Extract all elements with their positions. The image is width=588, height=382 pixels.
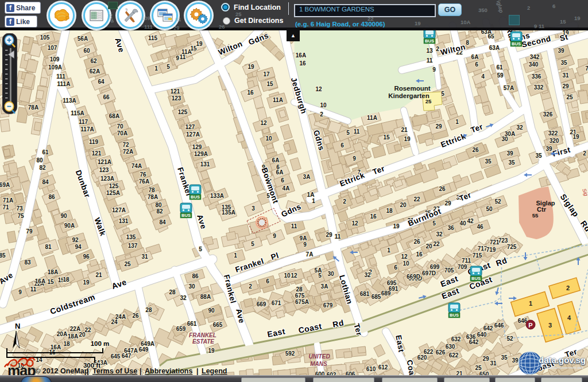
svg-text:12: 12 [351, 220, 358, 227]
svg-text:11A: 11A [367, 115, 377, 121]
svg-text:1A: 1A [307, 192, 315, 198]
svg-text:31: 31 [490, 360, 497, 367]
svg-text:630: 630 [446, 344, 455, 350]
svg-text:622: 622 [424, 349, 434, 355]
svg-text:Abbreviations: Abbreviations [145, 367, 192, 375]
svg-text:90A: 90A [64, 223, 75, 229]
svg-text:16A: 16A [35, 278, 45, 284]
svg-text:76A: 76A [139, 178, 149, 185]
svg-text:127A: 127A [112, 207, 126, 213]
svg-text:18: 18 [63, 341, 70, 347]
svg-text:Kindergarten: Kindergarten [388, 92, 430, 99]
svg-text:5: 5 [318, 272, 322, 279]
svg-text:11: 11 [354, 128, 360, 135]
svg-text:691: 691 [389, 286, 399, 292]
svg-text:336: 336 [532, 73, 541, 80]
svg-text:669: 669 [257, 301, 266, 307]
svg-text:61: 61 [42, 149, 49, 155]
svg-text:68A: 68A [109, 113, 119, 119]
svg-text:100 m: 100 m [91, 340, 110, 347]
svg-text:123: 123 [172, 95, 181, 102]
svg-text:19: 19 [83, 279, 90, 286]
svg-text:FRANKEL: FRANKEL [189, 332, 216, 338]
svg-text:632: 632 [451, 336, 461, 342]
svg-text:74A: 74A [131, 163, 142, 169]
svg-text:123: 123 [99, 167, 109, 173]
svg-text:620: 620 [417, 354, 427, 361]
svg-text:16: 16 [299, 60, 306, 67]
svg-text:642: 642 [469, 339, 479, 345]
svg-text:11: 11 [335, 233, 341, 240]
svg-text:79: 79 [26, 228, 33, 235]
svg-text:85: 85 [0, 252, 6, 259]
svg-text:24: 24 [111, 319, 118, 325]
svg-text:4: 4 [481, 73, 485, 80]
svg-text:57A: 57A [504, 85, 514, 91]
svg-text:Legend: Legend [202, 367, 227, 375]
svg-text:647A: 647A [124, 348, 138, 354]
svg-text:6A: 6A [276, 169, 284, 176]
svg-text:30: 30 [501, 136, 508, 142]
svg-text:612: 612 [378, 364, 388, 371]
svg-text:6: 6 [341, 142, 344, 149]
svg-text:121A: 121A [98, 159, 111, 165]
svg-text:60: 60 [83, 48, 90, 54]
svg-text:131: 131 [200, 161, 210, 167]
svg-text:6: 6 [475, 61, 478, 68]
svg-text:MANS: MANS [310, 361, 327, 367]
svg-text:ESTATE: ESTATE [192, 338, 214, 345]
svg-text:19: 19 [393, 223, 400, 229]
svg-text:320: 320 [550, 138, 559, 144]
svg-text:115A: 115A [71, 110, 84, 116]
svg-text:Singapore government data: Singapore government data [544, 366, 584, 369]
svg-text:25: 25 [425, 98, 432, 104]
svg-text:125: 125 [178, 109, 188, 115]
svg-text:|: | [140, 367, 142, 375]
svg-text:42: 42 [467, 218, 474, 224]
svg-text:9: 9 [432, 67, 436, 73]
svg-text:BUS: BUS [181, 213, 191, 218]
svg-text:62A: 62A [90, 68, 100, 75]
svg-text:5: 5 [346, 130, 350, 136]
svg-text:|: | [87, 367, 89, 375]
svg-text:709: 709 [458, 264, 467, 270]
svg-text:725: 725 [507, 244, 517, 250]
svg-text:9: 9 [353, 155, 356, 162]
svg-text:111: 111 [56, 73, 65, 80]
svg-text:BUS: BUS [191, 194, 200, 200]
svg-text:705: 705 [444, 267, 454, 274]
svg-text:340: 340 [529, 61, 539, 68]
svg-text:86: 86 [192, 273, 199, 279]
svg-text:18: 18 [386, 208, 393, 214]
svg-text:2: 2 [436, 46, 439, 52]
svg-text:94: 94 [75, 244, 82, 250]
svg-text:30: 30 [188, 283, 195, 290]
svg-text:20: 20 [400, 202, 407, 208]
svg-text:11: 11 [427, 57, 433, 64]
svg-text:BUS: BUS [512, 41, 521, 46]
svg-text:63A: 63A [489, 45, 500, 51]
svg-text:78A: 78A [148, 194, 158, 200]
svg-text:1: 1 [455, 119, 459, 125]
svg-text:9: 9 [273, 233, 276, 239]
svg-text:1: 1 [529, 300, 532, 307]
svg-text:32: 32 [516, 124, 523, 131]
svg-text:25: 25 [124, 261, 131, 267]
svg-text:71: 71 [2, 204, 9, 211]
svg-text:645: 645 [111, 353, 121, 360]
svg-text:17: 17 [263, 71, 270, 77]
svg-text:72: 72 [122, 142, 129, 148]
svg-text:70: 70 [117, 123, 123, 130]
svg-text:131: 131 [119, 218, 129, 224]
svg-text:data.gov.sg: data.gov.sg [539, 355, 586, 365]
svg-text:610: 610 [366, 366, 376, 372]
svg-text:107: 107 [48, 45, 57, 51]
svg-text:19: 19 [247, 64, 254, 70]
svg-text:105: 105 [40, 34, 50, 41]
svg-text:Terms of Use: Terms of Use [92, 367, 137, 375]
svg-text:19: 19 [208, 348, 215, 354]
svg-text:28: 28 [296, 286, 303, 293]
svg-text:90: 90 [60, 213, 67, 219]
svg-text:32: 32 [364, 272, 371, 278]
svg-text:Rosemount: Rosemount [394, 85, 430, 92]
